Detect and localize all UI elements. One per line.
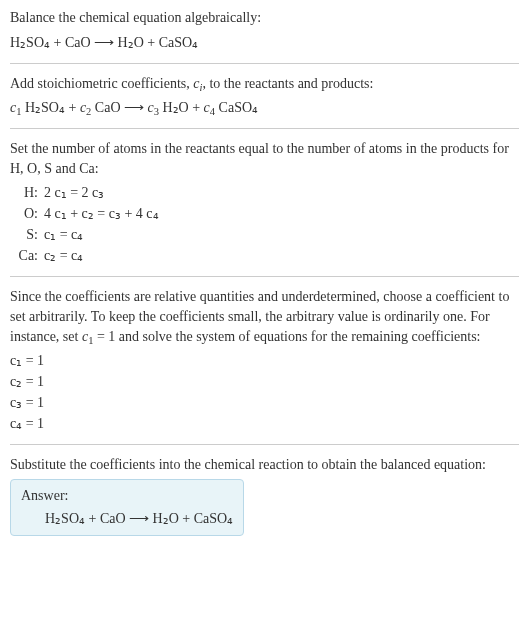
c4: c: [204, 100, 210, 115]
table-row: H: 2 c₁ = 2 c₃: [10, 182, 165, 203]
section-balance-intro: Balance the chemical equation algebraica…: [10, 8, 519, 53]
c3: c: [148, 100, 154, 115]
intro-text-3: Set the number of atoms in the reactants…: [10, 139, 519, 178]
atom-eq: 4 c₁ + c₂ = c₃ + 4 c₄: [44, 203, 165, 224]
divider: [10, 128, 519, 129]
divider: [10, 63, 519, 64]
table-row: Ca: c₂ = c₄: [10, 245, 165, 266]
equation-unbalanced: H₂SO₄ + CaO ⟶ H₂O + CaSO₄: [10, 32, 519, 53]
sp4: CaSO₄: [215, 100, 258, 115]
section-atoms: Set the number of atoms in the reactants…: [10, 139, 519, 266]
atom-eq: c₁ = c₄: [44, 224, 165, 245]
atom-label: Ca:: [10, 245, 44, 266]
intro-2b: , to the reactants and products:: [202, 76, 373, 91]
divider: [10, 276, 519, 277]
answer-label: Answer:: [21, 488, 233, 504]
sp3: H₂O +: [159, 100, 204, 115]
section-substitute: Substitute the coefficients into the che…: [10, 455, 519, 536]
c4s: 4: [210, 106, 215, 117]
c3s: 3: [154, 106, 159, 117]
sp1: H₂SO₄ +: [21, 100, 79, 115]
atom-label: H:: [10, 182, 44, 203]
set-sub: 1: [88, 335, 93, 346]
intro-text-5: Substitute the coefficients into the che…: [10, 455, 519, 475]
sp2: CaO ⟶: [91, 100, 147, 115]
intro-2a: Add stoichiometric coefficients,: [10, 76, 193, 91]
atom-label: S:: [10, 224, 44, 245]
intro-text-2: Add stoichiometric coefficients, ci, to …: [10, 74, 519, 94]
intro-4b: and solve the system of equations for th…: [115, 329, 480, 344]
answer-equation: H₂SO₄ + CaO ⟶ H₂O + CaSO₄: [21, 510, 233, 527]
table-row: O: 4 c₁ + c₂ = c₃ + 4 c₄: [10, 203, 165, 224]
coeff-line: c₁ = 1: [10, 350, 519, 371]
intro-text-4: Since the coefficients are relative quan…: [10, 287, 519, 346]
coefficients-list: c₁ = 1 c₂ = 1 c₃ = 1 c₄ = 1: [10, 350, 519, 434]
atom-eq: c₂ = c₄: [44, 245, 165, 266]
answer-box: Answer: H₂SO₄ + CaO ⟶ H₂O + CaSO₄: [10, 479, 244, 536]
coeff-line: c₄ = 1: [10, 413, 519, 434]
equation-with-coeffs: c1 H₂SO₄ + c2 CaO ⟶ c3 H₂O + c4 CaSO₄: [10, 97, 519, 118]
c2s: 2: [86, 106, 91, 117]
set-eq: = 1: [93, 329, 115, 344]
table-row: S: c₁ = c₄: [10, 224, 165, 245]
c1s: 1: [16, 106, 21, 117]
divider: [10, 444, 519, 445]
ci-sub: i: [199, 82, 202, 93]
atom-label: O:: [10, 203, 44, 224]
coeff-line: c₃ = 1: [10, 392, 519, 413]
atoms-table: H: 2 c₁ = 2 c₃ O: 4 c₁ + c₂ = c₃ + 4 c₄ …: [10, 182, 165, 266]
atom-eq: 2 c₁ = 2 c₃: [44, 182, 165, 203]
intro-text-1: Balance the chemical equation algebraica…: [10, 8, 519, 28]
section-solve: Since the coefficients are relative quan…: [10, 287, 519, 434]
coeff-line: c₂ = 1: [10, 371, 519, 392]
section-stoichiometric: Add stoichiometric coefficients, ci, to …: [10, 74, 519, 119]
